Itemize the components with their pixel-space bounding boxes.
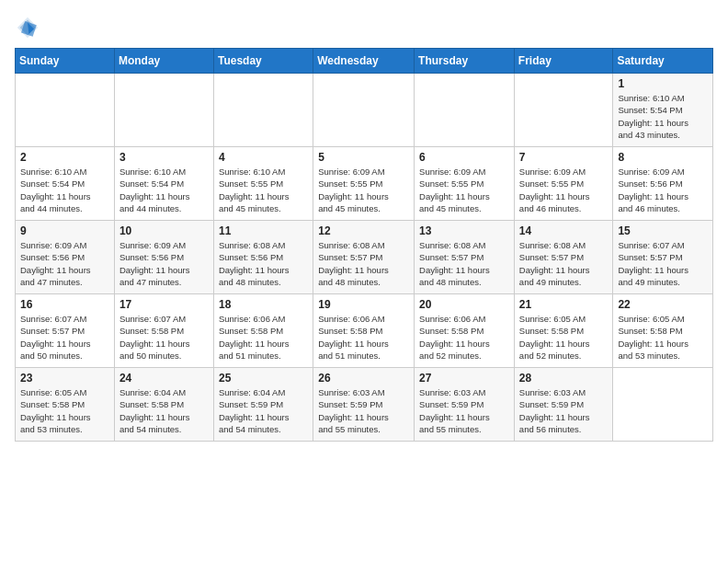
calendar-cell: 5Sunrise: 6:09 AM Sunset: 5:55 PM Daylig… bbox=[313, 147, 415, 221]
day-number: 9 bbox=[20, 224, 109, 237]
calendar-cell: 10Sunrise: 6:09 AM Sunset: 5:56 PM Dayli… bbox=[114, 221, 213, 294]
day-number: 20 bbox=[419, 298, 509, 311]
calendar-cell: 4Sunrise: 6:10 AM Sunset: 5:55 PM Daylig… bbox=[213, 147, 313, 221]
week-row-1: 1Sunrise: 6:10 AM Sunset: 5:54 PM Daylig… bbox=[16, 74, 713, 147]
calendar-table: SundayMondayTuesdayWednesdayThursdayFrid… bbox=[15, 48, 713, 442]
day-number: 23 bbox=[20, 372, 109, 385]
day-number: 6 bbox=[419, 151, 509, 164]
day-number: 8 bbox=[618, 151, 708, 164]
header-row: SundayMondayTuesdayWednesdayThursdayFrid… bbox=[16, 49, 713, 74]
day-number: 4 bbox=[219, 151, 308, 164]
day-info: Sunrise: 6:07 AM Sunset: 5:57 PM Dayligh… bbox=[20, 313, 109, 362]
calendar-cell bbox=[313, 74, 415, 147]
calendar-cell: 11Sunrise: 6:08 AM Sunset: 5:56 PM Dayli… bbox=[213, 221, 313, 294]
header-day-tuesday: Tuesday bbox=[213, 49, 313, 74]
day-number: 18 bbox=[219, 298, 308, 311]
calendar-cell: 6Sunrise: 6:09 AM Sunset: 5:55 PM Daylig… bbox=[415, 147, 515, 221]
logo-icon bbox=[15, 15, 40, 40]
calendar-cell: 21Sunrise: 6:05 AM Sunset: 5:58 PM Dayli… bbox=[514, 294, 613, 368]
day-info: Sunrise: 6:06 AM Sunset: 5:58 PM Dayligh… bbox=[318, 313, 409, 362]
day-info: Sunrise: 6:03 AM Sunset: 5:59 PM Dayligh… bbox=[419, 386, 509, 435]
calendar-cell: 12Sunrise: 6:08 AM Sunset: 5:57 PM Dayli… bbox=[313, 221, 415, 294]
day-info: Sunrise: 6:09 AM Sunset: 5:56 PM Dayligh… bbox=[20, 239, 109, 288]
day-info: Sunrise: 6:03 AM Sunset: 5:59 PM Dayligh… bbox=[318, 386, 409, 435]
week-row-5: 23Sunrise: 6:05 AM Sunset: 5:58 PM Dayli… bbox=[16, 368, 713, 442]
week-row-4: 16Sunrise: 6:07 AM Sunset: 5:57 PM Dayli… bbox=[16, 294, 713, 368]
day-number: 22 bbox=[618, 298, 708, 311]
day-info: Sunrise: 6:09 AM Sunset: 5:55 PM Dayligh… bbox=[519, 166, 609, 214]
day-number: 25 bbox=[219, 372, 308, 385]
calendar-cell: 18Sunrise: 6:06 AM Sunset: 5:58 PM Dayli… bbox=[213, 294, 313, 368]
day-number: 13 bbox=[419, 224, 509, 237]
day-info: Sunrise: 6:10 AM Sunset: 5:54 PM Dayligh… bbox=[20, 166, 109, 214]
calendar-cell: 17Sunrise: 6:07 AM Sunset: 5:58 PM Dayli… bbox=[114, 294, 213, 368]
day-info: Sunrise: 6:09 AM Sunset: 5:56 PM Dayligh… bbox=[119, 239, 209, 288]
header-day-wednesday: Wednesday bbox=[313, 49, 415, 74]
calendar-cell: 25Sunrise: 6:04 AM Sunset: 5:59 PM Dayli… bbox=[213, 368, 313, 442]
day-info: Sunrise: 6:07 AM Sunset: 5:58 PM Dayligh… bbox=[119, 313, 209, 362]
day-number: 14 bbox=[519, 224, 609, 237]
day-info: Sunrise: 6:09 AM Sunset: 5:56 PM Dayligh… bbox=[618, 166, 708, 214]
calendar-cell bbox=[415, 74, 515, 147]
day-info: Sunrise: 6:04 AM Sunset: 5:59 PM Dayligh… bbox=[219, 386, 308, 435]
page-header bbox=[15, 15, 713, 40]
day-number: 26 bbox=[318, 372, 409, 385]
week-row-3: 9Sunrise: 6:09 AM Sunset: 5:56 PM Daylig… bbox=[16, 221, 713, 294]
calendar-cell bbox=[613, 368, 713, 442]
calendar-cell bbox=[514, 74, 613, 147]
day-number: 21 bbox=[519, 298, 609, 311]
calendar-cell: 2Sunrise: 6:10 AM Sunset: 5:54 PM Daylig… bbox=[16, 147, 115, 221]
day-number: 11 bbox=[219, 224, 308, 237]
calendar-cell bbox=[114, 74, 213, 147]
day-number: 12 bbox=[318, 224, 409, 237]
day-number: 10 bbox=[119, 224, 209, 237]
day-number: 19 bbox=[318, 298, 409, 311]
day-number: 27 bbox=[419, 372, 509, 385]
logo bbox=[15, 15, 44, 40]
calendar-cell: 1Sunrise: 6:10 AM Sunset: 5:54 PM Daylig… bbox=[613, 74, 713, 147]
day-info: Sunrise: 6:10 AM Sunset: 5:54 PM Dayligh… bbox=[618, 92, 708, 141]
day-info: Sunrise: 6:10 AM Sunset: 5:54 PM Dayligh… bbox=[119, 166, 209, 214]
calendar-cell: 16Sunrise: 6:07 AM Sunset: 5:57 PM Dayli… bbox=[16, 294, 115, 368]
header-day-monday: Monday bbox=[114, 49, 213, 74]
day-number: 7 bbox=[519, 151, 609, 164]
day-number: 24 bbox=[119, 372, 209, 385]
calendar-cell: 24Sunrise: 6:04 AM Sunset: 5:58 PM Dayli… bbox=[114, 368, 213, 442]
week-row-2: 2Sunrise: 6:10 AM Sunset: 5:54 PM Daylig… bbox=[16, 147, 713, 221]
day-info: Sunrise: 6:05 AM Sunset: 5:58 PM Dayligh… bbox=[618, 313, 708, 362]
calendar-cell: 14Sunrise: 6:08 AM Sunset: 5:57 PM Dayli… bbox=[514, 221, 613, 294]
calendar-cell: 13Sunrise: 6:08 AM Sunset: 5:57 PM Dayli… bbox=[415, 221, 515, 294]
day-info: Sunrise: 6:07 AM Sunset: 5:57 PM Dayligh… bbox=[618, 239, 708, 288]
calendar-body: 1Sunrise: 6:10 AM Sunset: 5:54 PM Daylig… bbox=[16, 74, 713, 442]
day-info: Sunrise: 6:05 AM Sunset: 5:58 PM Dayligh… bbox=[519, 313, 609, 362]
calendar-cell: 19Sunrise: 6:06 AM Sunset: 5:58 PM Dayli… bbox=[313, 294, 415, 368]
calendar-cell: 20Sunrise: 6:06 AM Sunset: 5:58 PM Dayli… bbox=[415, 294, 515, 368]
day-info: Sunrise: 6:06 AM Sunset: 5:58 PM Dayligh… bbox=[419, 313, 509, 362]
day-number: 1 bbox=[618, 77, 708, 90]
header-day-sunday: Sunday bbox=[16, 49, 115, 74]
day-info: Sunrise: 6:03 AM Sunset: 5:59 PM Dayligh… bbox=[519, 386, 609, 435]
calendar-cell: 3Sunrise: 6:10 AM Sunset: 5:54 PM Daylig… bbox=[114, 147, 213, 221]
calendar-cell: 28Sunrise: 6:03 AM Sunset: 5:59 PM Dayli… bbox=[514, 368, 613, 442]
day-info: Sunrise: 6:08 AM Sunset: 5:57 PM Dayligh… bbox=[419, 239, 509, 288]
calendar-cell: 8Sunrise: 6:09 AM Sunset: 5:56 PM Daylig… bbox=[613, 147, 713, 221]
day-info: Sunrise: 6:08 AM Sunset: 5:57 PM Dayligh… bbox=[519, 239, 609, 288]
header-day-saturday: Saturday bbox=[613, 49, 713, 74]
day-info: Sunrise: 6:05 AM Sunset: 5:58 PM Dayligh… bbox=[20, 386, 109, 435]
day-number: 28 bbox=[519, 372, 609, 385]
day-number: 3 bbox=[119, 151, 209, 164]
calendar-cell: 7Sunrise: 6:09 AM Sunset: 5:55 PM Daylig… bbox=[514, 147, 613, 221]
day-number: 15 bbox=[618, 224, 708, 237]
day-info: Sunrise: 6:10 AM Sunset: 5:55 PM Dayligh… bbox=[219, 166, 308, 214]
header-day-thursday: Thursday bbox=[415, 49, 515, 74]
calendar-header: SundayMondayTuesdayWednesdayThursdayFrid… bbox=[16, 49, 713, 74]
day-number: 5 bbox=[318, 151, 409, 164]
day-info: Sunrise: 6:06 AM Sunset: 5:58 PM Dayligh… bbox=[219, 313, 308, 362]
calendar-cell: 26Sunrise: 6:03 AM Sunset: 5:59 PM Dayli… bbox=[313, 368, 415, 442]
day-number: 16 bbox=[20, 298, 109, 311]
day-info: Sunrise: 6:09 AM Sunset: 5:55 PM Dayligh… bbox=[419, 166, 509, 214]
calendar-cell: 15Sunrise: 6:07 AM Sunset: 5:57 PM Dayli… bbox=[613, 221, 713, 294]
calendar-cell: 23Sunrise: 6:05 AM Sunset: 5:58 PM Dayli… bbox=[16, 368, 115, 442]
day-info: Sunrise: 6:08 AM Sunset: 5:56 PM Dayligh… bbox=[219, 239, 308, 288]
calendar-cell bbox=[16, 74, 115, 147]
